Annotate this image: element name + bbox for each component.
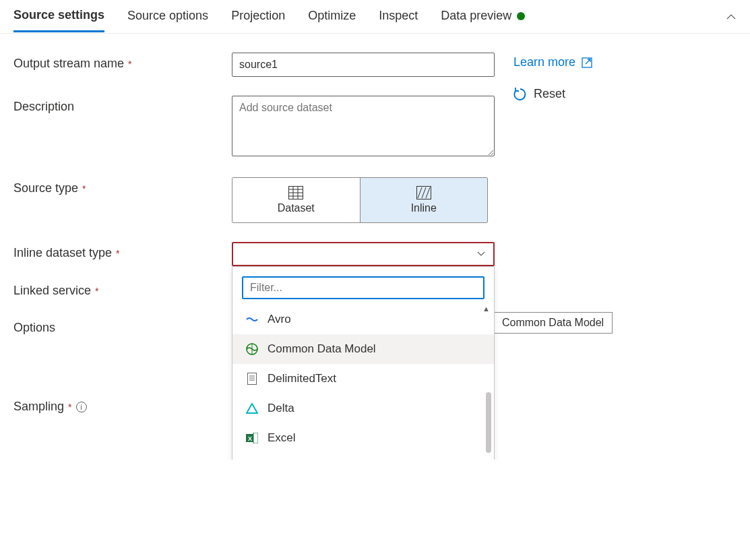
tab-projection[interactable]: Projection <box>231 2 285 31</box>
dropdown-item-delta[interactable]: Delta <box>232 394 494 423</box>
description-input[interactable] <box>232 96 495 156</box>
dropdown-list[interactable]: ▲ Avro Common Data Model DelimitedText <box>232 305 494 460</box>
row-output-stream-name: Output stream name* <box>13 53 495 77</box>
label-output-stream-name: Output stream name* <box>13 53 232 71</box>
tab-optimize[interactable]: Optimize <box>308 2 356 31</box>
tab-source-options[interactable]: Source options <box>127 2 208 31</box>
dropdown-item-common-data-model[interactable]: Common Data Model <box>232 334 494 364</box>
svg-rect-12 <box>248 373 257 385</box>
svg-line-7 <box>418 187 422 198</box>
required-marker: * <box>68 402 71 412</box>
chevron-down-icon <box>477 251 485 257</box>
tabs-bar: Source settings Source options Projectio… <box>0 0 750 34</box>
source-type-inline[interactable]: Inline <box>360 178 488 222</box>
info-icon[interactable]: i <box>76 402 87 412</box>
external-link-icon <box>581 57 593 69</box>
tab-source-settings[interactable]: Source settings <box>13 1 104 32</box>
required-marker: * <box>95 286 98 297</box>
label-source-type: Source type* <box>13 177 232 195</box>
reset-button[interactable]: Reset <box>513 87 593 101</box>
inline-dataset-type-combobox[interactable] <box>232 242 495 266</box>
tab-data-preview[interactable]: Data preview <box>441 2 525 31</box>
row-source-type: Source type* Dataset Inline <box>13 177 495 223</box>
cdm-icon <box>246 343 258 355</box>
side-column: Learn more Reset <box>513 53 593 433</box>
dropdown-item-avro[interactable]: Avro <box>232 305 494 334</box>
dropdown-scrollbar[interactable] <box>486 392 491 453</box>
label-linked-service: Linked service* <box>13 280 232 298</box>
output-stream-name-input[interactable] <box>232 53 495 77</box>
dropdown-item-delimitedtext[interactable]: DelimitedText <box>232 364 494 394</box>
reset-icon <box>513 88 527 101</box>
svg-text:X: X <box>248 435 252 442</box>
learn-more-link[interactable]: Learn more <box>513 55 593 69</box>
inline-icon <box>416 186 431 199</box>
excel-icon: X <box>246 432 258 444</box>
svg-line-9 <box>426 187 430 198</box>
dropdown-filter-input[interactable] <box>242 276 485 299</box>
required-marker: * <box>82 183 86 194</box>
status-dot-icon <box>517 12 525 20</box>
scroll-up-icon[interactable]: ▲ <box>482 305 490 313</box>
collapse-panel-icon[interactable] <box>726 11 737 22</box>
delta-icon <box>246 402 258 414</box>
text-file-icon <box>246 373 258 385</box>
svg-rect-18 <box>253 433 258 443</box>
dropdown-item-excel[interactable]: X Excel <box>232 423 494 453</box>
dataset-type-dropdown: ▲ Avro Common Data Model DelimitedText <box>232 266 495 460</box>
source-type-toggle: Dataset Inline <box>232 177 488 223</box>
form-column: Output stream name* Description Source t… <box>13 53 495 433</box>
tooltip: Common Data Model <box>493 312 613 334</box>
tab-inspect[interactable]: Inspect <box>379 2 418 31</box>
required-marker: * <box>128 59 131 69</box>
avro-icon <box>246 313 258 325</box>
label-inline-dataset-type: Inline dataset type* <box>13 242 232 260</box>
required-marker: * <box>116 248 119 259</box>
svg-line-8 <box>422 187 426 198</box>
dropdown-item-json[interactable]: { } JSON <box>232 453 494 460</box>
row-description: Description <box>13 96 495 158</box>
source-type-dataset[interactable]: Dataset <box>232 178 360 222</box>
label-options: Options <box>13 317 232 335</box>
label-description: Description <box>13 96 232 114</box>
content-area: Output stream name* Description Source t… <box>0 34 750 460</box>
row-inline-dataset-type: Inline dataset type* ▲ Avro <box>13 242 495 266</box>
dataset-icon <box>288 186 303 199</box>
label-sampling: Sampling* i <box>13 396 232 414</box>
